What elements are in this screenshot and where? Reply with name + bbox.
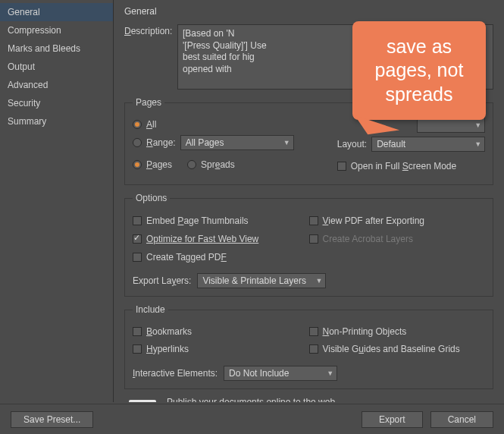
sidebar-item-security[interactable]: Security	[0, 94, 113, 112]
pages-spreads-radio[interactable]	[187, 160, 196, 169]
publish-online-caption: Publish your documents online to the web	[167, 397, 349, 402]
chevron-down-icon: ▼	[474, 121, 481, 129]
embed-thumbnails-checkbox[interactable]	[133, 216, 142, 225]
annotation-callout: save as pages, not spreads	[352, 21, 486, 120]
pages-range-label: Range:	[146, 137, 176, 148]
description-label: Description:	[124, 24, 177, 36]
chevron-down-icon: ▼	[283, 139, 290, 146]
panel-title: General	[124, 6, 493, 17]
hyperlinks-label: Hyperlinks	[146, 344, 189, 354]
pages-spreads-label: Spreads	[201, 159, 235, 170]
acrobat-layers-checkbox	[309, 234, 318, 244]
interactive-select[interactable]: Do Not Include▼	[224, 366, 337, 381]
optimize-web-label: Optimize for Fast Web View	[146, 234, 258, 244]
chevron-down-icon: ▼	[327, 370, 333, 377]
chevron-down-icon: ▼	[474, 140, 481, 148]
pages-all-radio[interactable]	[133, 120, 142, 129]
layout-label: Layout:	[337, 139, 367, 149]
sidebar-item-compression[interactable]: Compression	[0, 21, 113, 39]
sidebar: General Compression Marks and Bleeds Out…	[0, 0, 114, 402]
sidebar-item-output[interactable]: Output	[0, 58, 113, 76]
button-bar: Save Preset... Export Cancel	[0, 404, 504, 434]
options-fieldset: Options Embed Page Thumbnails Optimize f…	[124, 193, 493, 297]
cancel-button[interactable]: Cancel	[430, 411, 493, 428]
tagged-pdf-label: Create Tagged PDF	[146, 252, 227, 263]
tagged-pdf-checkbox[interactable]	[133, 253, 142, 262]
bookmarks-checkbox[interactable]	[133, 327, 142, 336]
interactive-label: Interactive Elements:	[133, 368, 218, 379]
publish-online-icon	[129, 400, 156, 402]
acrobat-layers-label: Create Acrobat Layers	[323, 234, 413, 244]
pages-range-radio[interactable]	[133, 138, 142, 147]
export-layers-select[interactable]: Visible & Printable Layers▼	[197, 273, 326, 288]
options-legend: Options	[133, 193, 170, 203]
sidebar-item-marks-and-bleeds[interactable]: Marks and Bleeds	[0, 39, 113, 58]
pages-range-select[interactable]: All Pages▼	[180, 135, 294, 150]
nonprinting-checkbox[interactable]	[309, 327, 318, 336]
hyperlinks-checkbox[interactable]	[133, 344, 142, 354]
embed-thumbnails-label: Embed Page Thumbnails	[146, 215, 249, 226]
sidebar-item-general[interactable]: General	[0, 3, 113, 21]
export-layers-label: Export Layers:	[133, 275, 191, 286]
export-button[interactable]: Export	[362, 411, 423, 428]
sidebar-item-advanced[interactable]: Advanced	[0, 76, 113, 94]
pages-pages-label: Pages	[146, 159, 172, 170]
include-legend: Include	[133, 304, 168, 315]
sidebar-item-summary[interactable]: Summary	[0, 112, 113, 131]
guides-checkbox[interactable]	[309, 344, 318, 354]
include-fieldset: Include Bookmarks Hyperlinks Non-Pri	[124, 304, 493, 389]
optimize-web-checkbox[interactable]	[133, 234, 142, 244]
main-panel: General Description: [Based on 'N f'] [B…	[114, 0, 504, 402]
guides-label: Visible Guides and Baseline Grids	[323, 344, 460, 354]
pages-pages-radio[interactable]	[133, 160, 142, 169]
publish-online-row: Publish your documents online to the web…	[124, 397, 493, 402]
view-after-export-checkbox[interactable]	[309, 216, 318, 225]
chevron-down-icon: ▼	[315, 277, 322, 285]
save-preset-button[interactable]: Save Preset...	[11, 411, 93, 428]
view-after-export-label: View PDF after Exporting	[323, 215, 425, 226]
open-fullscreen-label: Open in Full Screen Mode	[351, 161, 456, 171]
pages-all-label: All	[146, 119, 156, 130]
pages-legend: Pages	[133, 97, 164, 108]
bookmarks-label: Bookmarks	[146, 326, 192, 337]
pages-extra-select[interactable]: ▼	[417, 118, 485, 133]
open-fullscreen-checkbox[interactable]	[337, 162, 346, 171]
nonprinting-label: Non-Printing Objects	[323, 326, 407, 337]
